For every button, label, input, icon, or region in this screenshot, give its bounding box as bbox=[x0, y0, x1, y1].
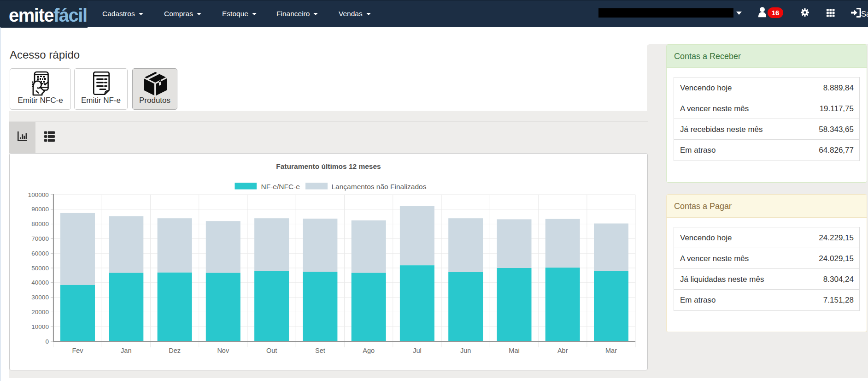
svg-text:90000: 90000 bbox=[31, 206, 49, 213]
svg-text:Jul: Jul bbox=[413, 347, 422, 354]
svg-text:Jan: Jan bbox=[121, 347, 131, 354]
svg-text:100000: 100000 bbox=[28, 191, 49, 198]
svg-text:20000: 20000 bbox=[31, 309, 49, 316]
svg-text:70000: 70000 bbox=[31, 235, 49, 242]
svg-text:Nov: Nov bbox=[217, 347, 229, 354]
svg-text:60000: 60000 bbox=[31, 250, 49, 257]
svg-text:30000: 30000 bbox=[31, 294, 49, 301]
svg-text:Mar: Mar bbox=[605, 347, 617, 354]
svg-text:Abr: Abr bbox=[557, 347, 568, 354]
svg-text:Ago: Ago bbox=[363, 347, 375, 354]
svg-text:Set: Set bbox=[315, 347, 325, 354]
svg-text:Jun: Jun bbox=[460, 347, 471, 354]
svg-text:40000: 40000 bbox=[31, 279, 49, 286]
svg-text:NF-e/NFC-e: NF-e/NFC-e bbox=[261, 183, 300, 190]
svg-text:0: 0 bbox=[45, 338, 49, 345]
svg-text:Dez: Dez bbox=[169, 347, 181, 354]
svg-text:Fev: Fev bbox=[72, 347, 83, 354]
svg-text:50000: 50000 bbox=[31, 265, 49, 272]
svg-text:Mai: Mai bbox=[509, 347, 519, 354]
svg-text:Faturamento últimos 12 meses: Faturamento últimos 12 meses bbox=[276, 162, 381, 170]
svg-text:Lançamentos não Finalizados: Lançamentos não Finalizados bbox=[332, 183, 427, 190]
svg-text:80000: 80000 bbox=[31, 220, 49, 227]
svg-text:10000: 10000 bbox=[31, 323, 49, 330]
svg-text:Out: Out bbox=[266, 347, 277, 354]
